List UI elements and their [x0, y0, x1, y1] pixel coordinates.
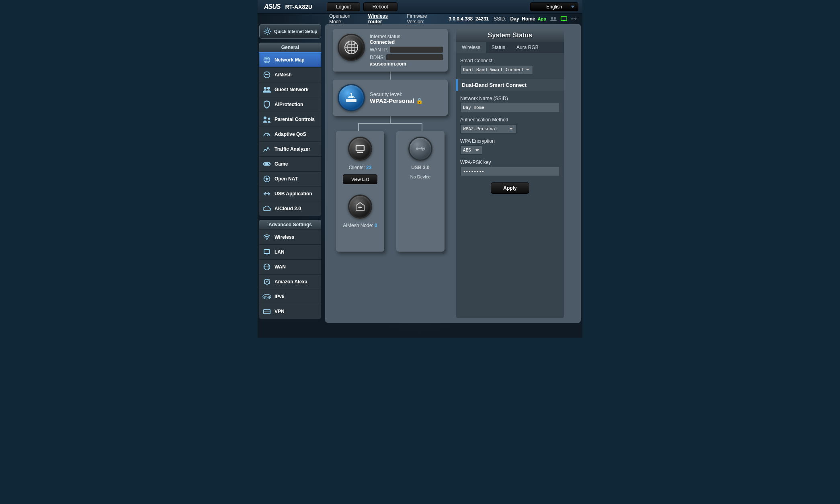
svg-point-17 — [268, 163, 269, 164]
svg-line-13 — [267, 134, 268, 136]
logout-button[interactable]: Logout — [327, 2, 360, 11]
vpn-icon — [262, 307, 271, 316]
ssid-label: SSID: — [494, 16, 506, 22]
svg-point-18 — [269, 164, 270, 165]
nav-advanced-header: Advanced Settings — [259, 220, 321, 229]
globe-icon — [338, 34, 365, 61]
aimesh-label: AiMesh Node: — [343, 223, 373, 228]
ssid-link[interactable]: Day_Home — [510, 16, 535, 22]
nav-advanced: Advanced Settings WirelessLANWANAmazon A… — [259, 220, 321, 319]
sidebar-item-label: Traffic Analyzer — [275, 146, 310, 152]
svg-rect-3 — [563, 20, 565, 21]
sidebar-item-wan[interactable]: WAN — [259, 259, 321, 274]
sidebar-item-label: Amazon Alexa — [275, 279, 307, 285]
sidebar-item-aimesh[interactable]: AiMesh — [259, 67, 321, 82]
internet-status-label: Internet status: — [370, 34, 443, 39]
view-list-button[interactable]: View List — [343, 174, 377, 184]
sidebar-item-label: Wireless — [275, 234, 294, 240]
svg-point-11 — [264, 117, 266, 119]
wanip-value — [390, 47, 443, 53]
system-status-title: System Status — [456, 29, 564, 42]
sidebar-item-ipv6[interactable]: IPv6IPv6 — [259, 289, 321, 304]
sidebar-item-open-nat[interactable]: Open NAT — [259, 171, 321, 186]
sidebar-item-aicloud-2-0[interactable]: AiCloud 2.0 — [259, 201, 321, 216]
aimesh-icon[interactable] — [348, 195, 372, 219]
security-level: WPA2-Personal — [370, 97, 414, 104]
sidebar-item-traffic-analyzer[interactable]: Traffic Analyzer — [259, 141, 321, 156]
sidebar-item-game[interactable]: Game — [259, 156, 321, 171]
sidebar-item-network-map[interactable]: Network Map — [259, 52, 321, 67]
svg-point-27 — [266, 281, 268, 283]
sidebar-item-label: Adaptive QoS — [275, 131, 306, 137]
ddns-suffix: asuscomm.com — [370, 61, 443, 67]
topbar: ASUS RT-AX82U Logout Reboot English — [258, 0, 582, 14]
clients-card[interactable]: Clients: 23 View List AiMesh Node: 0 — [336, 131, 384, 252]
sidebar-item-aiprotection[interactable]: AiProtection — [259, 97, 321, 112]
sidebar-item-parental-controls[interactable]: Parental Controls — [259, 112, 321, 127]
internet-card[interactable]: Internet status: Connected WAN IP: DDNS:… — [333, 29, 448, 72]
usb-status: No Device — [410, 174, 431, 179]
sidebar-item-amazon-alexa[interactable]: Amazon Alexa — [259, 274, 321, 289]
tab-status[interactable]: Status — [486, 42, 511, 53]
sidebar: Quick Internet Setup General Network Map… — [259, 24, 321, 323]
reboot-button[interactable]: Reboot — [363, 2, 397, 11]
ssid-input[interactable] — [460, 103, 560, 112]
model-name: RT-AX82U — [285, 4, 312, 10]
sidebar-item-adaptive-qos[interactable]: Adaptive QoS — [259, 127, 321, 141]
sidebar-item-label: IPv6 — [275, 294, 285, 299]
sidebar-item-vpn[interactable]: VPN — [259, 304, 321, 319]
sidebar-item-lan[interactable]: LAN — [259, 244, 321, 259]
globe-icon — [262, 55, 271, 64]
ddns-value — [386, 54, 443, 60]
sidebar-item-label: Game — [275, 161, 288, 167]
op-mode-link[interactable]: Wireless router — [368, 13, 402, 25]
clients-icon — [348, 137, 372, 161]
sidebar-item-usb-application[interactable]: USB Application — [259, 186, 321, 201]
ethernet-icon[interactable] — [561, 16, 567, 22]
op-mode-label: Operation Mode: — [329, 13, 364, 25]
ssid-field-label: Network Name (SSID) — [460, 96, 560, 101]
tab-wireless[interactable]: Wireless — [456, 42, 486, 53]
tab-aura-rgb[interactable]: Aura RGB — [511, 42, 544, 53]
main-panel: Internet status: Connected WAN IP: DDNS:… — [325, 24, 581, 323]
cloud-icon — [262, 204, 271, 213]
alexa-icon — [262, 277, 271, 286]
svg-point-4 — [571, 18, 573, 20]
nav-general-header: General — [259, 43, 321, 52]
sidebar-item-label: Guest Network — [275, 87, 309, 92]
wifi-icon — [262, 233, 271, 242]
svg-point-1 — [554, 17, 556, 19]
system-status-panel: System Status Wireless Status Aura RGB S… — [456, 29, 564, 318]
sidebar-item-wireless[interactable]: Wireless — [259, 229, 321, 244]
svg-point-35 — [350, 93, 352, 94]
language-selector[interactable]: English — [530, 2, 578, 11]
clients-label: Clients: — [349, 165, 365, 170]
guest-icon — [262, 85, 271, 94]
usb-status-icon[interactable] — [571, 16, 578, 22]
auth-select[interactable]: WPA2-Personal — [460, 124, 516, 133]
psk-input[interactable] — [460, 167, 560, 176]
brand-logo: ASUS — [264, 3, 280, 10]
smart-connect-select[interactable]: Dual-Band Smart Connect — [460, 65, 533, 74]
fw-link[interactable]: 3.0.0.4.388_24231 — [449, 16, 489, 22]
enc-select[interactable]: AES — [460, 145, 482, 155]
sidebar-item-label: AiCloud 2.0 — [275, 206, 301, 211]
lan-icon — [262, 248, 271, 256]
sidebar-item-guest-network[interactable]: Guest Network — [259, 82, 321, 97]
svg-point-10 — [267, 87, 270, 90]
clients-icon[interactable] — [550, 16, 557, 22]
sidebar-item-label: Open NAT — [275, 176, 298, 182]
sidebar-item-label: WAN — [275, 264, 286, 270]
apply-button[interactable]: Apply — [491, 182, 529, 194]
wan-icon — [262, 262, 271, 271]
usb-card[interactable]: USB 3.0 No Device — [396, 131, 445, 252]
gear-icon — [263, 27, 272, 36]
router-card[interactable]: Security level: WPA2-Personal🔒 — [333, 80, 448, 116]
gauge-icon — [262, 130, 271, 139]
nav-general: General Network MapAiMeshGuest NetworkAi… — [259, 43, 321, 216]
app-link[interactable]: App — [538, 16, 546, 21]
qis-label: Quick Internet Setup — [274, 29, 318, 34]
router-icon — [338, 84, 365, 111]
quick-internet-setup[interactable]: Quick Internet Setup — [259, 24, 321, 39]
opennat-icon — [262, 174, 271, 183]
